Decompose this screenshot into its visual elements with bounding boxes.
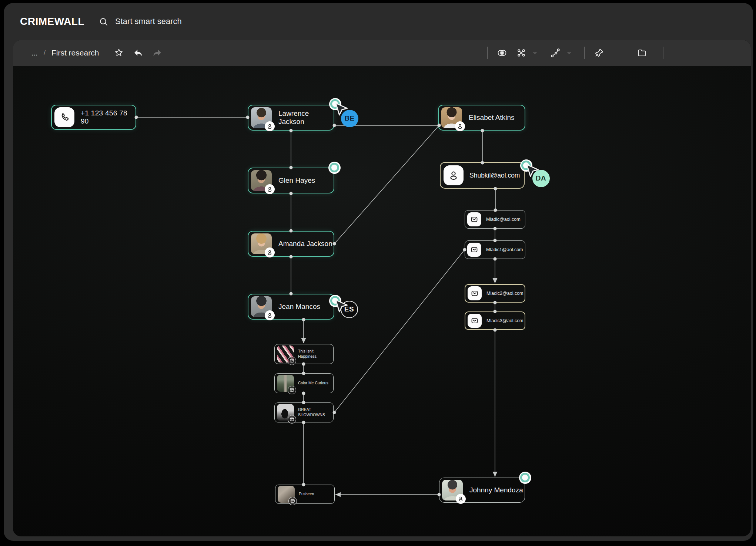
- graph-node-mladic2-email[interactable]: Mladic2@aol.com: [465, 284, 525, 303]
- person-badge-icon: [265, 310, 275, 320]
- collaborator-cursor-icon: [524, 163, 541, 180]
- graph-node-color-me-curious[interactable]: Color Me Curious: [274, 373, 334, 393]
- presence-ring-indicator: [328, 162, 341, 174]
- graph-node-phone-number[interactable]: +1 123 456 78 90: [51, 105, 136, 130]
- edge-line: [334, 250, 465, 412]
- avatar: [251, 296, 272, 317]
- web-page-badge-icon: [288, 357, 296, 365]
- node-label: Elisabet Atkins: [469, 114, 515, 122]
- image-thumbnail: [278, 486, 295, 503]
- node-label: Color Me Curious: [298, 381, 333, 386]
- avatar: [251, 107, 272, 128]
- graph-node-elisabet-atkins[interactable]: Elisabet Atkins: [438, 105, 525, 131]
- phone-icon: [54, 107, 74, 127]
- graph-node-amanda-jackson[interactable]: Amanda Jackson: [248, 231, 334, 257]
- graph-node-glen-hayes[interactable]: Glen Hayes: [248, 168, 334, 193]
- node-label: Mladic3@aol.com: [486, 318, 523, 323]
- node-label: +1 123 456 78 90: [81, 109, 136, 125]
- collaborator-cursor-icon: [333, 101, 350, 118]
- node-label: Pusheen: [299, 492, 334, 497]
- avatar: [441, 107, 462, 128]
- person-badge-icon: [265, 184, 275, 194]
- edge-arrowhead: [301, 338, 306, 343]
- edge-arrowhead: [493, 472, 498, 477]
- graph-node-shubkil-account[interactable]: Shubkil@aol.com: [440, 162, 525, 189]
- graph-node-johnny-mendoza[interactable]: Johnny Mendoza: [439, 478, 525, 503]
- graph-node-mladic1-email[interactable]: Mladic1@aol.com: [465, 240, 525, 259]
- email-icon: [468, 286, 482, 300]
- avatar: [442, 480, 463, 500]
- node-label: Mladic@aol.com: [486, 217, 521, 222]
- email-icon: [467, 212, 481, 226]
- node-label: Amanda Jackson: [278, 240, 332, 248]
- edges-layer: [0, 0, 756, 546]
- avatar: [251, 233, 272, 254]
- graph-node-jean-mancos[interactable]: Jean Mancos: [248, 294, 334, 320]
- edge-arrowhead: [493, 278, 498, 283]
- web-page-badge-icon: [288, 386, 296, 394]
- node-label: Lawrence Jackson: [278, 109, 334, 126]
- presence-ring-indicator: [519, 472, 531, 484]
- avatar: [251, 170, 272, 191]
- person-badge-icon: [265, 121, 275, 131]
- node-label: This Isn't Happiness.: [298, 349, 333, 359]
- email-icon: [467, 243, 481, 257]
- graph-node-lawrence-jackson[interactable]: Lawrence Jackson: [248, 105, 334, 131]
- edge-line: [334, 125, 439, 244]
- image-thumbnail: [277, 404, 294, 421]
- person-icon: [444, 165, 464, 185]
- edge-arrowhead: [335, 492, 341, 497]
- node-label: GREAT SHOWDOWNS: [298, 407, 333, 417]
- graph-node-mladic3-email[interactable]: Mladic3@aol.com: [465, 311, 525, 330]
- node-label: Shubkil@aol.com: [469, 172, 520, 179]
- image-thumbnail: [277, 375, 294, 392]
- graph-node-this-isnt-happiness[interactable]: This Isn't Happiness.: [274, 344, 334, 364]
- node-label: Mladic2@aol.com: [486, 291, 523, 296]
- graph-node-mladic-email[interactable]: Mladic@aol.com: [465, 210, 525, 229]
- node-label: Glen Hayes: [278, 176, 315, 185]
- email-icon: [468, 314, 482, 328]
- node-label: Jean Mancos: [278, 303, 320, 311]
- person-badge-icon: [265, 247, 275, 257]
- person-badge-icon: [456, 494, 466, 504]
- web-page-badge-icon: [288, 497, 297, 505]
- collaborator-cursor-icon: [333, 298, 350, 315]
- link-analysis-graph: +1 123 456 78 90Lawrence JacksonElisabet…: [0, 0, 756, 546]
- web-page-badge-icon: [288, 415, 296, 424]
- image-thumbnail: [277, 346, 294, 363]
- graph-node-pusheen[interactable]: Pusheen: [275, 485, 335, 504]
- node-label: Johnny Mendoza: [469, 486, 523, 494]
- graph-node-great-showdowns[interactable]: GREAT SHOWDOWNS: [274, 402, 334, 422]
- node-label: Mladic1@aol.com: [486, 247, 523, 252]
- person-badge-icon: [455, 121, 465, 131]
